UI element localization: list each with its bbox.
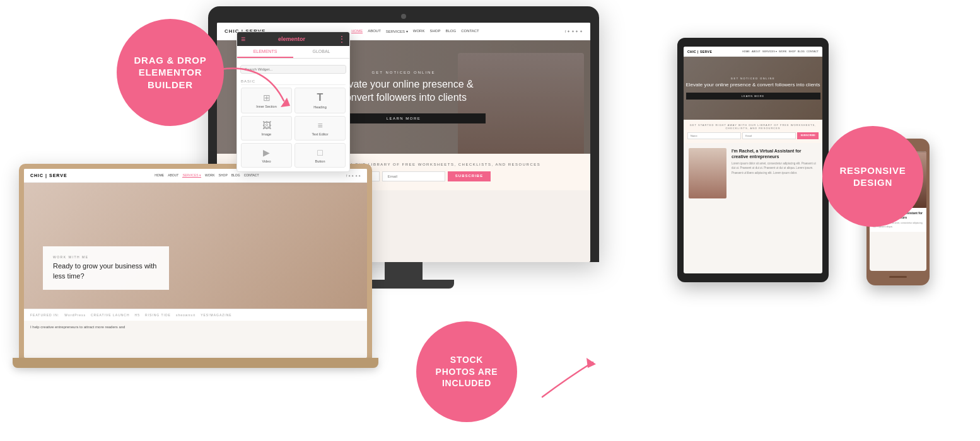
laptop-featured-in: FEATURED IN: WordPress CREATIVE LAUNCH H…	[24, 309, 367, 321]
drag-drop-arrow	[214, 63, 290, 113]
laptop-hero-heading: Ready to grow your business with less ti…	[53, 261, 159, 281]
widget-video[interactable]: ▶ Video	[241, 143, 292, 168]
tablet-profile-image	[689, 148, 726, 198]
stock-arrow	[517, 353, 599, 410]
elementor-tabs: ELEMENTS GLOBAL	[237, 46, 349, 59]
tablet-subscribe: GET STARTED RIGHT AWAY WITH OUR LIBRARY …	[684, 120, 822, 143]
tablet-hero-label: GET NOTICED ONLINE	[686, 77, 820, 80]
laptop-hero: WORK WITH ME Ready to grow your business…	[24, 183, 367, 309]
nav-home: HOME	[351, 29, 363, 33]
laptop-social-icons: f ✦ ✦ ✦ ✦	[346, 174, 361, 178]
tablet-hero: GET NOTICED ONLINE Elevate your online p…	[684, 57, 822, 120]
widget-image[interactable]: 🖼 Image	[241, 116, 292, 140]
main-scene: DRAG & DROP ELEMENTOR BUILDER STOCK PHOT…	[0, 0, 980, 441]
svg-marker-1	[586, 358, 596, 368]
responsive-badge: RESPONSIVE DESIGN	[822, 126, 923, 227]
social-icons: f ✦ ✦ ✦ ✦	[565, 29, 583, 33]
elementor-topbar: ≡ elementor ⋮	[237, 32, 349, 46]
laptop-base	[13, 358, 378, 368]
widget-heading[interactable]: T Heading	[295, 88, 346, 113]
elementor-settings-icon: ⋮	[338, 35, 346, 43]
tablet-hero-button[interactable]: LEARN MORE	[686, 93, 820, 100]
laptop: CHIC | SERVE HOME ABOUT SERVICES ▾ WORK …	[19, 164, 378, 368]
site-nav-links: HOME ABOUT SERVICES ▾ WORK SHOP BLOG CON…	[351, 29, 479, 33]
elementor-tab-elements[interactable]: ELEMENTS	[237, 46, 293, 58]
tablet-logo: CHIC | SERVE	[687, 50, 712, 54]
laptop-hero-box: WORK WITH ME Ready to grow your business…	[43, 246, 169, 290]
laptop-hero-label: WORK WITH ME	[53, 255, 159, 259]
laptop-footer-text: I help creative entrepreneurs to attract…	[24, 321, 367, 333]
phone-home-indicator	[889, 276, 907, 278]
tablet-screen: CHIC | SERVE HOME ABOUT SERVICES ▾ WORK …	[684, 47, 822, 273]
widget-button[interactable]: □ Button	[295, 143, 346, 168]
monitor-camera	[401, 14, 406, 19]
widget-text-editor[interactable]: ≡ Text Editor	[295, 116, 346, 140]
stock-photos-badge: STOCK PHOTOS ARE INCLUDED	[416, 321, 517, 422]
subscribe-button[interactable]: SUBSCRIBE	[448, 171, 491, 181]
elementor-logo: elementor	[278, 36, 305, 42]
tablet-subscribe-btn[interactable]: SUBSCRIBE	[797, 132, 819, 139]
tablet-email-input[interactable]	[742, 132, 796, 139]
monitor-stand-neck	[385, 262, 423, 280]
drag-drop-badge: DRAG & DROP ELEMENTOR BUILDER	[117, 19, 224, 126]
tablet-lorem-text: Lorem ipsum dolor sit amet, consectetur …	[732, 161, 817, 175]
tablet-name-input[interactable]	[687, 132, 741, 139]
tablet-hero-heading: Elevate your online presence & convert f…	[686, 82, 820, 88]
tablet: CHIC | SERVE HOME ABOUT SERVICES ▾ WORK …	[677, 38, 829, 282]
laptop-screen: CHIC | SERVE HOME ABOUT SERVICES ▾ WORK …	[24, 169, 367, 358]
tablet-profile-heading: I'm Rachel, a Virtual Assistant for crea…	[732, 148, 817, 159]
laptop-logo: CHIC | SERVE	[30, 173, 67, 178]
tablet-nav: CHIC | SERVE HOME ABOUT SERVICES ▾ WORK …	[684, 47, 822, 57]
elementor-tab-global[interactable]: GLOBAL	[293, 46, 349, 58]
subscribe-email-input[interactable]	[382, 171, 445, 181]
tablet-profile: I'm Rachel, a Virtual Assistant for crea…	[684, 143, 822, 203]
elementor-menu-icon: ≡	[241, 35, 245, 43]
